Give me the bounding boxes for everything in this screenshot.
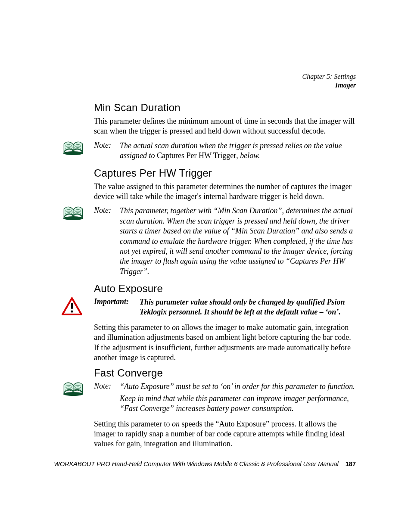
- note-label: Note:: [94, 141, 120, 150]
- heading-captures-per-hw-trigger: Captures Per HW Trigger: [94, 167, 356, 179]
- svg-point-4: [63, 392, 84, 396]
- fc-body-em: on: [172, 420, 180, 428]
- note-min-scan: Note: The actual scan duration when the …: [94, 141, 356, 161]
- body-content: Min Scan Duration This parameter defines…: [94, 102, 356, 454]
- ae-body-pre: Setting this parameter to: [94, 323, 172, 332]
- chapter-label: Chapter 5: Settings: [302, 72, 356, 81]
- running-footer: WORKABOUT PRO Hand-Held Computer With Wi…: [0, 460, 356, 467]
- heading-auto-exposure: Auto Exposure: [94, 283, 356, 295]
- para-fast-converge: Setting this parameter to on speeds the …: [94, 419, 356, 449]
- heading-min-scan-duration: Min Scan Duration: [94, 102, 356, 114]
- para-captures: The value assigned to this parameter det…: [94, 182, 356, 202]
- book-icon: [61, 205, 87, 222]
- heading-fast-converge: Fast Converge: [94, 367, 356, 379]
- note-line-1: “Auto Exposure” must be set to ‘on’ in o…: [120, 382, 356, 392]
- svg-point-0: [63, 151, 84, 155]
- warning-icon: [61, 297, 87, 318]
- ae-body-em: on: [172, 323, 180, 332]
- page-number: 187: [346, 460, 356, 467]
- book-icon: [61, 381, 87, 398]
- note-fast-converge: Note: “Auto Exposure” must be set to ‘on…: [94, 382, 356, 414]
- note-label: Note:: [94, 382, 120, 391]
- svg-point-1: [63, 216, 84, 220]
- note-text-post: , below.: [236, 151, 260, 160]
- svg-point-3: [71, 310, 73, 312]
- note-text: This parameter, together with “Min Scan …: [120, 206, 356, 277]
- para-auto-exposure: Setting this parameter to on allows the …: [94, 323, 356, 363]
- page: Chapter 5: Settings Imager Min Scan Dura…: [0, 0, 411, 532]
- svg-rect-2: [71, 303, 73, 309]
- note-line-2: Keep in mind that while this parameter c…: [120, 394, 356, 414]
- fc-body-pre: Setting this parameter to: [94, 420, 172, 428]
- running-header: Chapter 5: Settings Imager: [302, 72, 356, 90]
- para-min-scan-duration: This parameter defines the minimum amoun…: [94, 116, 356, 137]
- note-captures: Note: This parameter, together with “Min…: [94, 206, 356, 277]
- section-label: Imager: [302, 81, 356, 90]
- note-label: Note:: [94, 206, 120, 215]
- note-text: “Auto Exposure” must be set to ‘on’ in o…: [120, 382, 356, 414]
- important-label: Important:: [94, 297, 140, 306]
- book-icon: [61, 140, 87, 157]
- note-text: The actual scan duration when the trigge…: [120, 141, 356, 161]
- important-text: This parameter value should only be chan…: [140, 297, 356, 317]
- important-auto-exposure: Important: This parameter value should o…: [94, 297, 356, 317]
- note-text-mid: Captures Per HW Trigger: [157, 151, 236, 160]
- footer-text: WORKABOUT PRO Hand-Held Computer With Wi…: [54, 460, 339, 467]
